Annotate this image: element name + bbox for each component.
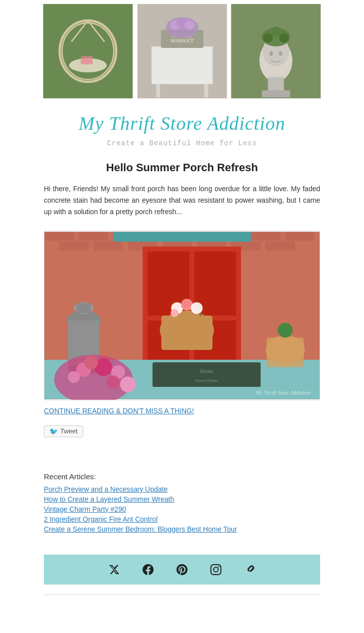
tweet-section[interactable]: 🐦 Tweet: [0, 421, 364, 452]
main-image-container: Home Sweet Home: [0, 222, 364, 400]
link-icon[interactable]: [243, 563, 257, 577]
svg-rect-62: [76, 303, 91, 313]
list-item[interactable]: Vintage Charm Party #290: [44, 505, 320, 514]
svg-rect-17: [156, 84, 160, 97]
svg-rect-64: [162, 316, 213, 350]
svg-rect-40: [59, 242, 89, 251]
tweet-label: Tweet: [60, 427, 78, 435]
main-article-image: Home Sweet Home: [44, 231, 320, 400]
svg-text:Sweet Home: Sweet Home: [195, 378, 218, 383]
tweet-button[interactable]: 🐦 Tweet: [44, 425, 83, 437]
list-item[interactable]: Create a Serene Summer Bedroom: Bloggers…: [44, 525, 320, 534]
list-item[interactable]: Porch Preview and a Necessary Update: [44, 485, 320, 494]
svg-point-27: [279, 51, 283, 56]
svg-rect-32: [44, 232, 74, 241]
header-image-1: [42, 4, 134, 98]
header-image-3: [230, 4, 322, 98]
blog-title: My Thrift Store Addiction: [30, 112, 334, 135]
continue-reading-section[interactable]: CONTINUE READING & DON'T MISS A THING!: [0, 400, 364, 421]
list-item[interactable]: How to Create a Layered Summer Wreath: [44, 495, 320, 504]
svg-point-23: [263, 33, 273, 43]
blog-subtitle: Create a Beautiful Home for Less: [30, 139, 334, 147]
article-body: Hi there, Friends! My small front porch …: [0, 179, 364, 222]
svg-point-67: [191, 302, 203, 314]
svg-point-26: [269, 51, 273, 56]
svg-rect-9: [152, 46, 213, 84]
svg-point-79: [107, 375, 120, 388]
svg-point-16: [184, 20, 194, 30]
svg-point-24: [279, 33, 289, 43]
svg-point-75: [68, 371, 80, 383]
svg-point-71: [278, 323, 293, 338]
facebook-icon[interactable]: [141, 563, 155, 577]
svg-rect-47: [113, 232, 251, 242]
header-images: Fresh Flower MARKET: [0, 0, 364, 102]
twitter-icon[interactable]: [107, 563, 121, 577]
svg-rect-6: [81, 56, 93, 64]
list-item[interactable]: 2 Ingredient Organic Fire Ant Control: [44, 515, 320, 524]
recent-articles-list: Porch Preview and a Necessary Update How…: [44, 485, 320, 534]
header-image-2: Fresh Flower MARKET: [136, 4, 228, 98]
pinterest-icon[interactable]: [175, 563, 189, 577]
twitter-bird-icon: 🐦: [49, 427, 58, 435]
svg-rect-70: [267, 337, 304, 367]
svg-rect-46: [266, 242, 295, 251]
svg-point-78: [120, 376, 136, 392]
instagram-icon[interactable]: [209, 563, 223, 577]
svg-rect-38: [251, 232, 280, 241]
svg-rect-33: [79, 232, 108, 241]
article-heading: Hello Summer Porch Refresh: [0, 152, 364, 179]
recent-article-link-2[interactable]: How to Create a Layered Summer Wreath: [44, 495, 174, 503]
footer-divider: [44, 595, 320, 595]
svg-point-68: [171, 309, 179, 317]
recent-articles-title: Recent Articles:: [44, 472, 320, 481]
blog-title-section: My Thrift Store Addiction Create a Beaut…: [0, 102, 364, 152]
recent-articles-section: Recent Articles: Porch Preview and a Nec…: [0, 472, 364, 545]
continue-reading-link[interactable]: CONTINUE READING & DON'T MISS A THING!: [44, 407, 194, 415]
recent-article-link-4[interactable]: 2 Ingredient Organic Fire Ant Control: [44, 515, 158, 523]
svg-rect-29: [262, 90, 290, 97]
svg-rect-28: [268, 77, 284, 91]
svg-text:MARKET: MARKET: [171, 38, 194, 43]
svg-text:My Thrift Store Addiction: My Thrift Store Addiction: [255, 389, 311, 395]
svg-rect-18: [204, 84, 208, 97]
svg-rect-55: [153, 362, 261, 387]
svg-rect-39: [285, 232, 315, 241]
social-bar: [44, 555, 320, 585]
recent-article-link-3[interactable]: Vintage Charm Party #290: [44, 505, 126, 513]
svg-text:Home: Home: [200, 368, 213, 374]
svg-rect-41: [94, 242, 123, 251]
recent-article-link-5[interactable]: Create a Serene Summer Bedroom: Bloggers…: [44, 525, 237, 533]
svg-point-25: [271, 26, 281, 36]
spacer: [0, 452, 364, 472]
svg-rect-0: [43, 4, 133, 98]
svg-point-77: [84, 355, 98, 369]
recent-article-link-1[interactable]: Porch Preview and a Necessary Update: [44, 485, 168, 493]
